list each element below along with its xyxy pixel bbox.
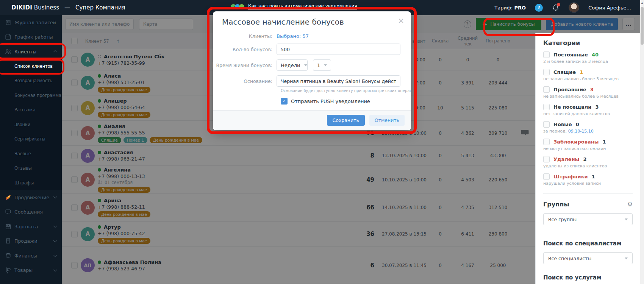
sidebar-item-certificates[interactable]: Сертификаты: [0, 132, 62, 147]
scroll-up-icon[interactable]: [640, 0, 644, 5]
category-checkbox[interactable]: [543, 86, 550, 93]
brand-suffix: Business: [34, 4, 59, 11]
category-checkbox[interactable]: [543, 51, 550, 58]
sidebar-item-penalties[interactable]: Штрафы: [0, 176, 62, 190]
category-count: 1: [602, 139, 606, 145]
journal-icon: [5, 19, 11, 26]
lifetime-unit-select[interactable]: Недели: [277, 59, 308, 71]
period-link[interactable]: 09.10-15.10: [568, 129, 594, 134]
category-count: 40: [592, 52, 599, 58]
reason-label: Основание:: [213, 78, 277, 84]
category-label: Штрафники: [553, 174, 588, 179]
category-count: 0: [576, 122, 579, 127]
specialists-select[interactable]: Все специалисты: [543, 252, 633, 264]
chevron-down-icon: [324, 64, 327, 66]
save-button[interactable]: Сохранить: [327, 115, 365, 126]
category-checkbox[interactable]: [543, 69, 550, 75]
close-icon[interactable]: ×: [398, 17, 404, 24]
category-description: не могут записаться онлайн: [543, 146, 633, 151]
push-label: Отправить PUSH уведомление: [291, 98, 370, 104]
clients-label: Клиенты:: [213, 33, 277, 39]
mass-bonus-modal: Массовое начисление бонусов × Клиенты: В…: [213, 11, 411, 130]
sidebar-item-goods[interactable]: Товары: [0, 263, 62, 278]
chevron-down-icon: [304, 64, 307, 66]
tariff-value: PRO: [514, 5, 526, 11]
filters-panel: Категории Постоянные402 и более записи з…: [535, 33, 640, 284]
notification-badge: [557, 3, 560, 6]
sidebar-item-label: Бонусная программа: [14, 93, 61, 98]
sidebar-item-finance[interactable]: Финансы: [0, 248, 62, 263]
sidebar-item-schedule[interactable]: График работы: [0, 30, 62, 45]
promo-banner[interactable]: Как настроить автоматические уведомления: [230, 3, 357, 10]
sidebar-item-label: Список клиентов: [14, 64, 53, 69]
chevron-down-icon: [53, 253, 57, 257]
sidebar-item-calls[interactable]: Звонки: [0, 117, 62, 132]
category-checkbox[interactable]: [543, 121, 550, 128]
chevron-down-icon: [53, 224, 57, 228]
lifetime-count-select[interactable]: 1: [313, 59, 331, 71]
category-fined: Штрафники1нарушали условия записи: [543, 173, 633, 186]
category-label: Спящие: [553, 69, 576, 75]
category-checkbox[interactable]: [543, 156, 550, 162]
help-icon[interactable]: ?: [535, 4, 543, 12]
user-name[interactable]: София Арефье...: [588, 5, 631, 11]
category-blocked: Заблокированы1не могут записаться онлайн: [543, 139, 633, 151]
push-checkbox[interactable]: [281, 98, 288, 105]
sidebar-item-label: Товары: [14, 267, 33, 273]
sidebar-item-tips[interactable]: Чаевые: [0, 147, 62, 161]
sidebar-item-label: График работы: [14, 34, 53, 40]
services-title: Поиск по услугам: [543, 274, 633, 281]
groups-select[interactable]: Все группы: [543, 213, 633, 225]
company-name[interactable]: Супер Компания: [75, 4, 125, 11]
lifetime-checkbox[interactable]: [213, 62, 213, 69]
sidebar-item-bonus-program[interactable]: Бонусная программа: [0, 88, 62, 103]
lifetime-label: Время жизни бонусов:: [213, 62, 277, 69]
sidebar-nav: Журнал записейГрафик работыКлиентыСписок…: [0, 15, 62, 284]
cancel-button[interactable]: Отменить: [369, 115, 405, 126]
category-description: не записывались более 6 месяцев: [543, 94, 633, 99]
app-logo[interactable]: DIKIDI Business: [11, 4, 59, 11]
gear-icon[interactable]: [627, 201, 633, 208]
sidebar-item-reviews[interactable]: Отзывы: [0, 161, 62, 176]
category-description: нарушали условия записи: [543, 181, 633, 186]
sidebar-item-journal[interactable]: Журнал записей: [0, 15, 62, 30]
promotion-icon: [5, 194, 11, 201]
chevron-down-icon: [625, 218, 628, 220]
category-new: Новые0за период: 09.10-15.10: [543, 121, 633, 134]
category-checkbox[interactable]: [543, 139, 550, 145]
finance-icon: [5, 253, 11, 259]
sidebar-item-sales[interactable]: Продажи: [0, 234, 62, 249]
sidebar-item-returns[interactable]: Возвращаемость: [0, 73, 62, 88]
user-avatar[interactable]: [569, 2, 579, 13]
scrollbar-thumb[interactable]: [641, 7, 644, 45]
sidebar-item-label: Журнал записей: [14, 20, 56, 25]
selected-clients-link[interactable]: Выбрано: 57: [277, 33, 309, 39]
amount-label: Кол-во бонусов:: [213, 47, 277, 52]
scrollbar[interactable]: [640, 0, 644, 284]
category-lost: Пропавшие3не записывались более 6 месяце…: [543, 86, 633, 99]
sidebar-item-promotion[interactable]: Продвижение: [0, 190, 62, 205]
category-count: 3: [590, 87, 594, 92]
divider: [543, 233, 633, 233]
sidebar-item-label: Зарплата: [14, 224, 38, 229]
sidebar-item-mailing[interactable]: Рассылка: [0, 103, 62, 117]
sidebar-item-client-list[interactable]: Список клиентов: [0, 59, 62, 74]
messenger-icons: [230, 4, 245, 10]
category-count: 1: [592, 174, 595, 179]
promo-link[interactable]: Как настроить автоматические уведомления: [248, 3, 357, 10]
bonus-amount-input[interactable]: [277, 44, 400, 55]
sidebar-item-label: Продажи: [14, 238, 38, 244]
category-label: Заблокированы: [553, 139, 599, 145]
category-label: Не посещали: [553, 104, 591, 110]
sidebar-item-clients[interactable]: Клиенты: [0, 44, 62, 59]
category-deleted: Удалены2удалены из списка клиентов: [543, 156, 633, 169]
category-checkbox[interactable]: [543, 104, 550, 110]
category-description: нет записей данных клиентов: [543, 111, 633, 116]
chevron-down-icon: [53, 268, 57, 272]
category-checkbox[interactable]: [543, 173, 550, 180]
sidebar-item-salary[interactable]: Зарплата: [0, 219, 62, 234]
notifications-bell-icon[interactable]: [552, 4, 560, 11]
sidebar-item-messages[interactable]: Сообщения: [0, 205, 62, 220]
reason-input[interactable]: [277, 75, 400, 87]
category-description: удалены из списка клиентов: [543, 164, 633, 169]
